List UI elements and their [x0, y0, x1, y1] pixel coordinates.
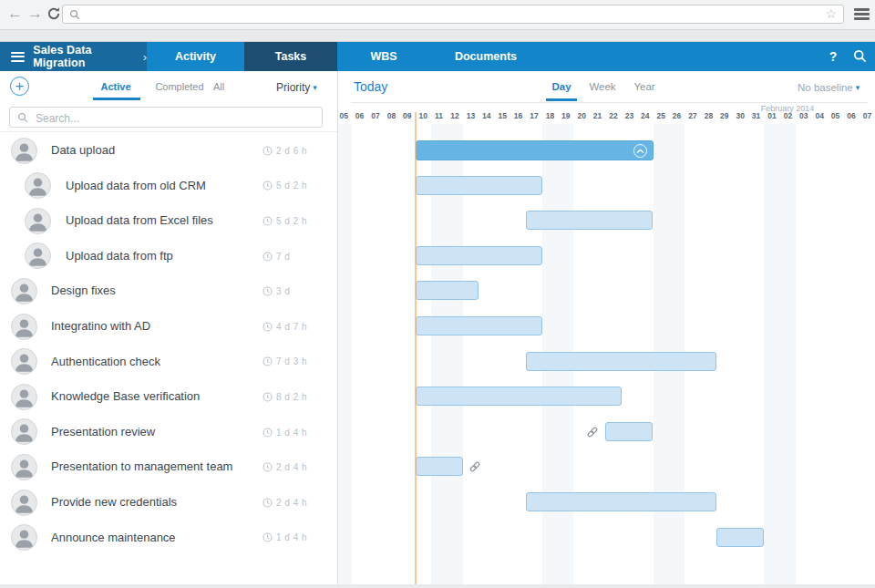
date-label: 30 [736, 111, 744, 120]
filter-tab-all[interactable]: All [213, 81, 224, 92]
search-icon [69, 9, 80, 20]
date-label: 14 [482, 111, 490, 120]
date-label: 12 [450, 111, 458, 120]
gantt-bar[interactable] [416, 246, 542, 265]
gantt-bar[interactable] [526, 352, 716, 371]
task-duration: 2 d 4 h [262, 449, 307, 485]
tab-activity[interactable]: Activity [147, 42, 244, 71]
person-icon [26, 243, 50, 268]
forward-button[interactable]: → [27, 4, 43, 24]
view-tab-year[interactable]: Year [633, 81, 654, 92]
gantt-bar[interactable] [526, 211, 653, 230]
navbar-search-button[interactable] [853, 49, 867, 67]
task-duration: 3 d [262, 273, 290, 309]
back-button[interactable]: ← [7, 4, 23, 24]
task-duration: 8 d 2 h [262, 379, 307, 415]
gantt-bar[interactable] [416, 140, 654, 160]
task-row[interactable]: Presentation review1 d 4 h [0, 415, 337, 450]
date-label: 24 [641, 111, 649, 120]
view-tab-week[interactable]: Week [589, 81, 615, 92]
task-row[interactable]: Design fixes3 d [0, 273, 337, 309]
clock-icon [262, 146, 273, 156]
gantt-chart [338, 124, 875, 584]
gantt-bar[interactable] [416, 457, 463, 476]
search-input[interactable] [34, 109, 311, 127]
collapse-icon[interactable] [633, 144, 647, 158]
task-row[interactable]: Upload data from old CRM5 d 2 h [0, 169, 337, 204]
task-duration: 7 d 3 h [262, 345, 307, 380]
priority-sort-button[interactable]: Priority▾ [276, 81, 317, 94]
bookmark-star-icon[interactable]: ☆ [825, 6, 837, 21]
menu-icon[interactable] [11, 52, 25, 62]
duration-text: 8 d 2 h [276, 392, 307, 402]
date-label: 07 [863, 111, 871, 120]
tab-tasks[interactable]: Tasks [244, 42, 337, 71]
browser-menu-button[interactable] [854, 8, 870, 21]
gantt-bar[interactable] [605, 422, 653, 441]
task-title: Authentication check [51, 345, 160, 380]
person-icon [12, 455, 36, 480]
add-task-button[interactable]: + [10, 77, 29, 96]
task-row[interactable]: Integratino with AD4 d 7 h [0, 309, 337, 345]
task-title: Presentation review [51, 415, 155, 450]
task-row[interactable]: Upload data from ftp7 d [0, 239, 337, 274]
task-row[interactable]: Upload data from Excel files5 d 2 h [0, 203, 337, 239]
task-row[interactable]: Presentation to management team2 d 4 h [0, 449, 337, 485]
task-duration: 5 d 2 h [262, 169, 307, 204]
clock-icon [262, 181, 273, 191]
date-label: 06 [355, 111, 364, 120]
task-title: Data upload [51, 133, 115, 169]
task-title: Upload data from ftp [66, 239, 173, 274]
baseline-selector[interactable]: No baseline▾ [798, 82, 860, 93]
avatar [11, 278, 37, 304]
gantt-bar[interactable] [526, 492, 716, 511]
address-bar[interactable]: ☆ [62, 5, 844, 24]
gantt-bar[interactable] [416, 176, 542, 195]
date-label: 19 [561, 111, 570, 120]
reload-button[interactable] [46, 6, 61, 25]
gantt-bar[interactable] [416, 281, 479, 300]
duration-text: 2 d 4 h [276, 498, 307, 508]
clock-icon [262, 286, 273, 296]
avatar [11, 454, 37, 480]
clock-icon [262, 532, 273, 542]
task-row[interactable]: Provide new credentials2 d 4 h [0, 485, 337, 521]
view-tab-day[interactable]: Day [551, 81, 571, 92]
date-label: 17 [530, 111, 538, 120]
tab-wbs[interactable]: WBS [337, 42, 430, 71]
today-button[interactable]: Today [354, 79, 387, 94]
task-row[interactable]: Authentication check7 d 3 h [0, 345, 337, 380]
date-label: 31 [752, 111, 760, 120]
date-label: 08 [387, 111, 396, 120]
person-icon [12, 385, 36, 409]
task-row[interactable]: Data upload2 d 6 h [0, 133, 337, 169]
weekend-stripe [338, 124, 352, 584]
browser-toolbar: ← → ☆ [0, 0, 875, 30]
filter-tab-completed[interactable]: Completed [155, 81, 203, 92]
address-input[interactable] [87, 6, 810, 24]
search-icon [17, 112, 28, 123]
task-duration: 2 d 6 h [262, 133, 307, 169]
task-title: Announce maintenance [51, 521, 176, 556]
today-line [415, 112, 417, 584]
project-breadcrumb[interactable]: Sales Data Migration › [0, 42, 147, 71]
task-row[interactable]: Announce maintenance1 d 4 h [0, 521, 337, 556]
tab-documents[interactable]: Documents [430, 42, 541, 71]
task-duration: 4 d 7 h [262, 309, 307, 345]
duration-text: 5 d 2 h [276, 216, 307, 226]
task-row[interactable]: Knowledge Base verification8 d 2 h [0, 379, 337, 415]
gantt-bar[interactable] [716, 528, 764, 547]
gantt-bar[interactable] [416, 316, 542, 335]
horizontal-scrollbar[interactable] [0, 584, 875, 588]
avatar [11, 490, 37, 516]
date-label: 09 [403, 111, 411, 120]
task-duration: 2 d 4 h [262, 485, 307, 521]
search-icon [853, 49, 867, 63]
search-box[interactable] [9, 107, 323, 128]
gantt-bar[interactable] [416, 387, 622, 406]
baseline-label: No baseline [798, 82, 853, 93]
avatar [25, 208, 51, 234]
help-button[interactable]: ? [823, 42, 843, 71]
filter-tab-active[interactable]: Active [100, 81, 130, 92]
duration-text: 1 d 4 h [276, 428, 307, 438]
